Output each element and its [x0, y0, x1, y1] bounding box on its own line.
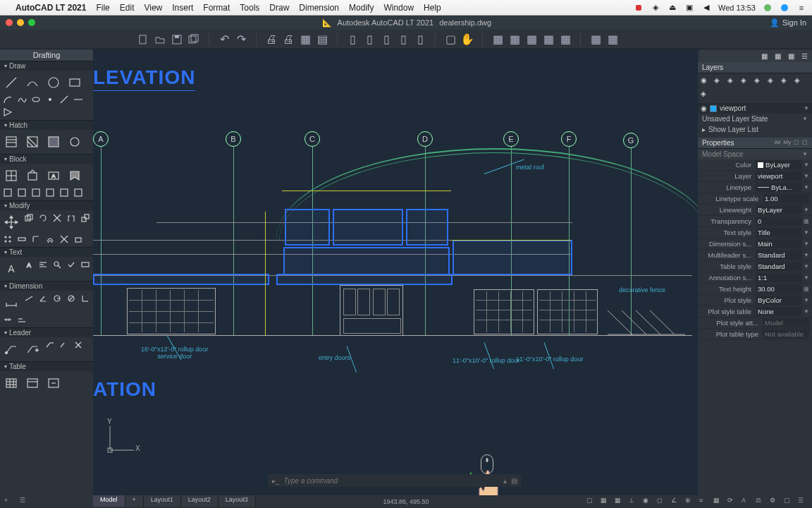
panel-tab1-icon[interactable]: ▦: [761, 52, 768, 60]
table-ext-icon[interactable]: [23, 373, 42, 393]
menu-modify[interactable]: Modify: [349, 3, 374, 13]
st-snap-icon[interactable]: ▦: [615, 497, 625, 507]
close-icon[interactable]: [6, 19, 13, 26]
layer-ic1[interactable]: ◉: [701, 76, 711, 87]
show-layer-list[interactable]: ▸Show Layer List: [698, 124, 812, 135]
prop-layer[interactable]: Layerviewport▼: [698, 171, 812, 182]
flag-icon[interactable]: [634, 3, 644, 13]
b2-icon[interactable]: [16, 187, 28, 198]
sheet3-icon[interactable]: ▯: [380, 33, 393, 46]
menu-help[interactable]: Help: [424, 3, 441, 13]
prop-tablestyle[interactable]: Table styleStandard▼: [698, 261, 812, 272]
section-leader[interactable]: Leader: [0, 327, 93, 337]
section-text[interactable]: Text: [0, 247, 93, 257]
saveall-icon[interactable]: [187, 33, 200, 46]
ext2-icon[interactable]: ▦: [508, 33, 521, 46]
cmd-opts-icon[interactable]: ▤: [511, 477, 517, 485]
wifi-icon[interactable]: ◈: [651, 3, 660, 13]
signin-icon[interactable]: 👤: [770, 18, 780, 28]
ext1-icon[interactable]: ▦: [491, 33, 504, 46]
create-block-icon[interactable]: [23, 166, 42, 186]
b1-icon[interactable]: [1, 187, 14, 198]
traffic-lights[interactable]: [6, 19, 35, 26]
undo-icon[interactable]: ↶: [218, 33, 230, 46]
prop-transp[interactable]: Transparency0▦: [698, 216, 812, 227]
prop-pin-icon[interactable]: ▢: [802, 139, 808, 147]
tab-model[interactable]: Model: [93, 495, 125, 507]
layer-color-swatch[interactable]: [710, 105, 717, 112]
add-palette-icon[interactable]: +: [4, 497, 14, 507]
plot-icon[interactable]: 🖨: [282, 33, 295, 46]
erase-icon[interactable]: [72, 234, 85, 245]
properties-header[interactable]: Properties All My ▢ ▢: [698, 138, 812, 149]
menu-extra-icon[interactable]: ≡: [796, 3, 806, 13]
line-icon[interactable]: [1, 73, 21, 92]
layer-vis-icon[interactable]: ◉: [701, 104, 707, 112]
leader-coll-icon[interactable]: [58, 339, 70, 351]
circle-icon[interactable]: [44, 73, 63, 92]
text-style-icon[interactable]: A: [23, 259, 35, 270]
st-lw-icon[interactable]: ≡: [699, 497, 709, 507]
menu-dimension[interactable]: Dimension: [299, 3, 339, 13]
ext5-icon[interactable]: ▦: [559, 33, 572, 46]
section-table[interactable]: Table: [0, 361, 93, 371]
insert-block-icon[interactable]: [1, 166, 21, 186]
app-name[interactable]: AutoCAD LT 2021: [16, 3, 86, 13]
menu-window[interactable]: Window: [383, 3, 414, 13]
section-block[interactable]: Block: [0, 154, 93, 164]
menu-draw[interactable]: Draw: [269, 3, 289, 13]
prop-plottable[interactable]: Plot style tableNone▼: [698, 306, 812, 318]
panel-tab2-icon[interactable]: ▦: [775, 52, 781, 60]
st-clean-icon[interactable]: ▢: [784, 497, 794, 507]
section-hatch[interactable]: Hatch: [0, 120, 93, 130]
dim-base-icon[interactable]: [16, 314, 28, 325]
ext3-icon[interactable]: ▦: [525, 33, 538, 46]
layer-ic7[interactable]: ◈: [781, 76, 792, 87]
layer-ic9[interactable]: ◈: [701, 90, 711, 100]
st-cycle-icon[interactable]: ⟳: [727, 497, 737, 507]
layers-header[interactable]: Layers: [698, 62, 812, 73]
user2-icon[interactable]: [780, 3, 789, 13]
st-more-icon[interactable]: ☰: [798, 497, 808, 507]
current-layer-row[interactable]: ◉ viewport ▼: [698, 103, 812, 114]
array-icon[interactable]: [1, 234, 14, 245]
trim-icon[interactable]: [51, 212, 63, 224]
menu-format[interactable]: Format: [203, 3, 230, 13]
user1-icon[interactable]: [763, 3, 773, 13]
st-grid-icon[interactable]: ▦: [601, 497, 610, 507]
dim-ang-icon[interactable]: [37, 293, 49, 304]
menu-tools[interactable]: Tools: [240, 3, 259, 13]
prop-plotstyle[interactable]: Plot styleByColor▼: [698, 295, 812, 306]
leader-add-icon[interactable]: +: [23, 339, 42, 359]
ray-icon[interactable]: [58, 94, 70, 105]
section-draw[interactable]: Draw: [0, 61, 93, 71]
layer-ic2[interactable]: ◈: [714, 76, 725, 87]
viewport-icon[interactable]: ▢: [444, 33, 457, 46]
prop-linetype[interactable]: LinetypeByLa...▼: [698, 182, 812, 193]
leader-align-icon[interactable]: [44, 339, 56, 351]
offset-icon[interactable]: [44, 234, 56, 245]
help1-icon[interactable]: ▦: [589, 33, 602, 46]
new-icon[interactable]: [137, 33, 149, 46]
minimize-icon[interactable]: [17, 19, 24, 26]
zoom-icon[interactable]: [28, 19, 35, 26]
polyline-icon[interactable]: [23, 73, 42, 92]
pan-icon[interactable]: ✋: [461, 33, 474, 46]
tab-layout2[interactable]: Layout2: [181, 495, 219, 507]
menu-file[interactable]: File: [96, 3, 109, 13]
dim-linear-icon[interactable]: [1, 293, 21, 313]
layer-state-row[interactable]: Unsaved Layer State▼: [698, 114, 812, 124]
section-modify[interactable]: Modify: [0, 200, 93, 210]
st-ortho-icon[interactable]: ⊥: [629, 497, 639, 507]
point-icon[interactable]: [44, 94, 56, 105]
layer-ic3[interactable]: ◈: [727, 76, 738, 87]
mleader-icon[interactable]: [1, 339, 21, 359]
table-link-icon[interactable]: [44, 373, 63, 393]
drawing-canvas[interactable]: LEVATION ATION A B C D E F G: [93, 49, 698, 495]
sheet2-icon[interactable]: ▯: [363, 33, 376, 46]
hatch-icon[interactable]: [1, 132, 21, 152]
copy-icon[interactable]: [23, 212, 35, 224]
clock[interactable]: Wed 13:53: [718, 4, 756, 12]
cmd-up-icon[interactable]: ▴: [503, 477, 507, 485]
sheet1-icon[interactable]: ▯: [346, 33, 359, 46]
